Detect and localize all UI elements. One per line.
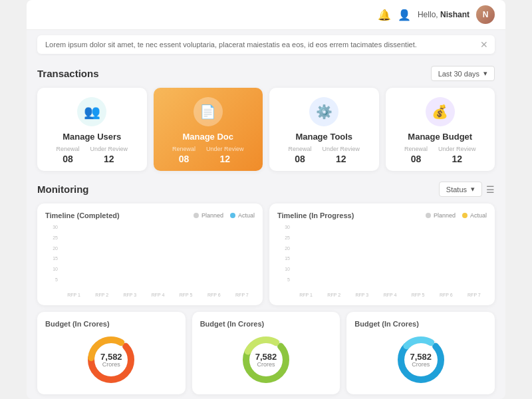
chevron-down-icon: ▾ <box>483 69 487 78</box>
hello-text: Hello, Nishant <box>418 10 469 19</box>
list-view-icon[interactable]: ☰ <box>486 184 495 195</box>
manage-tools-card[interactable]: ⚙️ Manage Tools Renewal 08 Under Review … <box>269 88 379 171</box>
manage-budget-icon: 💰 <box>426 97 455 126</box>
donut-container-2: 7,582 Crores <box>200 333 332 386</box>
monitoring-header: Monitoring Status ▾ ☰ <box>37 182 495 197</box>
renewal-label: Renewal <box>56 146 79 152</box>
budget-renewal-label: Renewal <box>404 146 428 152</box>
notification-icon[interactable]: 🔔 <box>378 9 391 21</box>
doc-renewal-value: 08 <box>179 154 190 164</box>
manage-tools-stats: Renewal 08 Under Review 12 <box>277 146 371 164</box>
donut-container-1: 7,582 Crores <box>45 333 178 386</box>
tools-renewal-label: Renewal <box>288 146 311 152</box>
budget-title-1: Budget (In Crores) <box>45 320 110 328</box>
transactions-title: Transactions <box>37 68 99 79</box>
progress-actual-dot <box>462 213 467 218</box>
review-value: 12 <box>104 154 114 164</box>
budget-review-label: Under Review <box>438 146 476 152</box>
alert-banner: Lorem ipsum dolor sit amet, te nec essen… <box>37 35 495 54</box>
budget-cards-row: Budget (In Crores) 7,582 Crores <box>37 312 495 394</box>
manage-doc-title: Manage Doc <box>182 132 233 142</box>
progress-x-labels: RFP 1 RFP 2 RFP 3 RFP 4 RFP 5 RFP 6 RFP … <box>277 293 487 297</box>
manage-users-card[interactable]: 👥 Manage Users Renewal 08 Under Review 1… <box>37 88 147 171</box>
username-text: Nishant <box>440 10 469 19</box>
completed-chart-area: 5 10 15 20 25 30 <box>45 225 255 297</box>
budget-card-1: Budget (In Crores) 7,582 Crores <box>37 312 186 394</box>
doc-review-value: 12 <box>219 154 230 164</box>
donut-center-3: 7,582 Crores <box>410 352 432 368</box>
transactions-section: Transactions Last 30 days ▾ 👥 Manage Use… <box>27 59 505 175</box>
actual-legend-item: Actual <box>230 212 255 219</box>
timeline-completed-chart: Timeline (Completed) Planned Actual <box>37 203 263 305</box>
progress-chart-area: 5 10 15 20 25 30 <box>277 225 487 297</box>
settings-icon[interactable]: 👤 <box>398 9 411 21</box>
donut-center-2: 7,582 Crores <box>255 352 277 368</box>
progress-planned-dot <box>426 213 431 218</box>
manage-doc-stats: Renewal 08 Under Review 12 <box>162 146 255 164</box>
manage-budget-stats: Renewal 08 Under Review 12 <box>394 146 487 164</box>
tools-renewal-value: 08 <box>295 154 305 164</box>
monitoring-controls: Status ▾ ☰ <box>439 182 495 197</box>
completed-chart-header: Timeline (Completed) Planned Actual <box>45 211 255 219</box>
monitoring-title: Monitoring <box>37 184 88 195</box>
review-label: Under Review <box>90 146 128 152</box>
progress-actual-legend: Actual <box>462 212 487 219</box>
progress-bar-chart: 5 10 15 20 25 30 <box>277 225 487 291</box>
alert-text: Lorem ipsum dolor sit amet, te nec essen… <box>45 41 417 49</box>
doc-renewal-label: Renewal <box>172 146 196 152</box>
tools-review-label: Under Review <box>323 146 360 152</box>
actual-legend-dot <box>230 213 235 218</box>
completed-chart-title: Timeline (Completed) <box>45 211 120 219</box>
donut-container-3: 7,582 Crores <box>354 333 487 386</box>
progress-chart-header: Timeline (In Progress) Planned Actual <box>277 211 487 219</box>
budget-title-2: Budget (In Crores) <box>200 320 265 328</box>
transaction-cards-row: 👥 Manage Users Renewal 08 Under Review 1… <box>37 88 495 171</box>
progress-legend: Planned Actual <box>426 212 487 219</box>
transactions-header: Transactions Last 30 days ▾ <box>37 66 495 81</box>
avatar[interactable]: N <box>476 5 495 24</box>
donut-2: 7,582 Crores <box>239 333 293 386</box>
planned-legend-dot <box>194 213 199 218</box>
monitoring-section: Monitoring Status ▾ ☰ Timeline (Complete… <box>27 175 505 399</box>
budget-title-3: Budget (In Crores) <box>354 320 419 328</box>
progress-y-axis: 5 10 15 20 25 30 <box>277 225 292 282</box>
completed-bar-chart: 5 10 15 20 25 30 <box>45 225 255 291</box>
tools-review-value: 12 <box>336 154 346 164</box>
progress-chart-title: Timeline (In Progress) <box>277 211 354 219</box>
planned-legend-item: Planned <box>194 212 223 219</box>
status-dropdown[interactable]: Status ▾ <box>439 182 482 197</box>
manage-users-title: Manage Users <box>63 132 121 142</box>
timeline-charts-row: Timeline (Completed) Planned Actual <box>37 203 495 305</box>
budget-card-2: Budget (In Crores) 7,582 Crores <box>192 312 340 394</box>
budget-renewal-value: 08 <box>411 154 422 164</box>
renewal-value: 08 <box>63 154 73 164</box>
completed-x-labels: RFP 1 RFP 2 RFP 3 RFP 4 RFP 5 RFP 6 RFP … <box>45 293 255 297</box>
manage-doc-card[interactable]: 📄 Manage Doc Renewal 08 Under Review 12 <box>154 88 263 171</box>
donut-center-1: 7,582 Crores <box>100 352 122 368</box>
manage-tools-title: Manage Tools <box>295 132 352 142</box>
completed-legend: Planned Actual <box>194 212 255 219</box>
completed-y-axis: 5 10 15 20 25 30 <box>45 225 60 282</box>
top-bar: 🔔 👤 Hello, Nishant N <box>27 0 505 30</box>
donut-1: 7,582 Crores <box>84 333 138 386</box>
manage-users-stats: Renewal 08 Under Review 12 <box>45 146 139 164</box>
manage-users-icon: 👥 <box>77 97 106 126</box>
doc-review-label: Under Review <box>206 146 244 152</box>
budget-review-value: 12 <box>452 154 462 164</box>
manage-doc-icon: 📄 <box>194 97 223 126</box>
progress-planned-legend: Planned <box>426 212 456 219</box>
last-30-days-dropdown[interactable]: Last 30 days ▾ <box>431 66 495 81</box>
manage-tools-icon: ⚙️ <box>309 97 338 126</box>
donut-3: 7,582 Crores <box>394 333 448 386</box>
top-bar-icons: 🔔 👤 Hello, Nishant N <box>378 5 495 24</box>
chevron-down-icon: ▾ <box>471 185 475 194</box>
manage-budget-card[interactable]: 💰 Manage Budget Renewal 08 Under Review … <box>386 88 495 171</box>
timeline-progress-chart: Timeline (In Progress) Planned Actual <box>269 203 495 305</box>
manage-budget-title: Manage Budget <box>408 132 472 142</box>
budget-card-3: Budget (In Crores) 7,582 Crores <box>346 312 495 394</box>
alert-close-button[interactable]: ✕ <box>480 39 488 50</box>
